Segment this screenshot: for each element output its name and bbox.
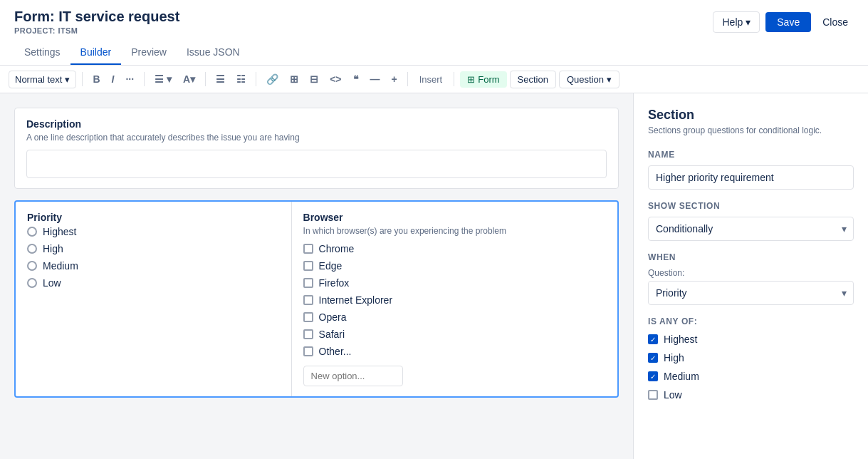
insert-button[interactable]: Insert — [414, 71, 449, 88]
chevron-down-icon: ▾ — [65, 74, 70, 85]
code-button[interactable]: <> — [325, 70, 345, 88]
show-section-label: SHOW SECTION — [648, 201, 854, 211]
priority-option-low: Low — [27, 277, 280, 289]
checkbox-safari[interactable] — [303, 329, 313, 339]
table-button[interactable]: ⊞ — [286, 70, 303, 88]
right-panel: Section Sections group questions for con… — [633, 93, 868, 459]
more-formatting-button[interactable]: ··· — [121, 70, 138, 88]
priority-option-medium: Medium — [27, 260, 280, 272]
question-label: Question: — [648, 268, 854, 278]
option-highest-label: Highest — [664, 334, 697, 345]
question-select[interactable]: Priority — [648, 281, 854, 305]
description-block: Description A one line description that … — [14, 108, 619, 189]
new-option-input[interactable] — [303, 366, 403, 386]
align-button[interactable]: ☰ ▾ — [150, 70, 176, 88]
browser-option-firefox: Firefox — [303, 277, 606, 289]
tab-settings[interactable]: Settings — [14, 41, 70, 65]
checkbox-medium-checked[interactable] — [648, 371, 658, 381]
browser-option-ie: Internet Explorer — [303, 294, 606, 306]
layout-button[interactable]: ⊟ — [305, 70, 323, 88]
link-button[interactable]: 🔗 — [262, 70, 283, 88]
divider-5 — [407, 72, 408, 86]
save-button[interactable]: Save — [765, 12, 811, 32]
bold-button[interactable]: B — [88, 70, 104, 88]
bullets-button[interactable]: ☰ — [211, 70, 229, 88]
checkbox-opera[interactable] — [303, 312, 313, 322]
radio-high[interactable] — [27, 244, 37, 254]
tab-builder[interactable]: Builder — [70, 41, 122, 65]
radio-low[interactable] — [27, 278, 37, 288]
browser-option-chrome: Chrome — [303, 243, 606, 254]
divider-3 — [205, 72, 206, 86]
form-title: Form: IT service request — [14, 9, 179, 25]
browser-title: Browser — [303, 212, 606, 223]
plus-button[interactable]: + — [387, 70, 402, 88]
option-high-label: High — [664, 352, 684, 363]
option-medium-label: Medium — [664, 371, 699, 382]
chevron-down-icon: ▾ — [746, 16, 751, 28]
priority-option-highest: Highest — [27, 226, 280, 237]
checkbox-high-checked[interactable] — [648, 353, 658, 363]
description-input[interactable] — [26, 150, 607, 178]
close-button[interactable]: Close — [817, 12, 854, 32]
form-button[interactable]: ⊞ Form — [460, 71, 506, 88]
quote-button[interactable]: ❝ — [349, 70, 363, 88]
option-low-label: Low — [664, 389, 682, 401]
browser-option-edge: Edge — [303, 260, 606, 272]
divider-6 — [454, 72, 454, 86]
tab-issue-json[interactable]: Issue JSON — [177, 41, 250, 65]
checkbox-other[interactable] — [303, 346, 313, 356]
radio-highest[interactable] — [27, 227, 37, 237]
description-label: Description — [26, 118, 607, 130]
checkbox-highest-checked[interactable] — [648, 334, 658, 344]
main-layout: Description A one line description that … — [0, 93, 868, 459]
when-label: WHEN — [648, 252, 854, 262]
checkbox-ie[interactable] — [303, 295, 313, 305]
divider-1 — [82, 72, 83, 86]
section-inner: Priority Highest High Medium — [16, 202, 617, 396]
browser-column: Browser In which browser(s) are you expe… — [292, 202, 617, 396]
nav-tabs: Settings Builder Preview Issue JSON — [14, 41, 854, 65]
description-sublabel: A one line description that accurately d… — [26, 133, 607, 143]
text-style-select[interactable]: Normal text ▾ — [9, 71, 76, 88]
tab-preview[interactable]: Preview — [121, 41, 177, 65]
section-name-input[interactable] — [648, 165, 854, 190]
chevron-down-icon: ▾ — [607, 74, 612, 85]
divider-4 — [256, 72, 256, 86]
header: Form: IT service request PROJECT: ITSM H… — [0, 0, 868, 66]
form-title-block: Form: IT service request PROJECT: ITSM — [14, 9, 179, 35]
divider-button[interactable]: — — [366, 70, 385, 88]
panel-subtitle: Sections group questions for conditional… — [648, 125, 854, 135]
option-medium: Medium — [648, 371, 854, 382]
priority-column: Priority Highest High Medium — [16, 202, 292, 396]
header-actions: Help ▾ Save Close — [713, 11, 854, 33]
text-color-button[interactable]: A▾ — [179, 70, 199, 88]
show-section-select-wrapper: Conditionally Always Never — [648, 217, 854, 241]
browser-sublabel: In which browser(s) are you experiencing… — [303, 226, 606, 236]
radio-medium[interactable] — [27, 261, 37, 271]
numbered-button[interactable]: ☷ — [232, 70, 250, 88]
section-block: Priority Highest High Medium — [14, 200, 619, 398]
divider-2 — [144, 72, 145, 86]
checkbox-chrome[interactable] — [303, 244, 313, 254]
browser-option-safari: Safari — [303, 329, 606, 340]
priority-title: Priority — [27, 212, 280, 223]
checkbox-low-unchecked[interactable] — [648, 390, 658, 400]
name-field-label: NAME — [648, 150, 854, 160]
option-low: Low — [648, 389, 854, 401]
priority-option-high: High — [27, 243, 280, 254]
section-button[interactable]: Section — [510, 71, 556, 88]
form-icon: ⊞ — [467, 74, 475, 85]
browser-option-opera: Opera — [303, 311, 606, 323]
option-highest: Highest — [648, 334, 854, 345]
question-button[interactable]: Question ▾ — [559, 71, 619, 88]
checkbox-firefox[interactable] — [303, 278, 313, 288]
toolbar: Normal text ▾ B I ··· ☰ ▾ A▾ ☰ ☷ 🔗 ⊞ ⊟ <… — [0, 66, 868, 93]
italic-button[interactable]: I — [108, 70, 119, 88]
question-select-wrapper: Priority — [648, 281, 854, 305]
show-section-select[interactable]: Conditionally Always Never — [648, 217, 854, 241]
browser-option-other: Other... — [303, 346, 606, 357]
panel-title: Section — [648, 108, 854, 123]
help-button[interactable]: Help ▾ — [713, 11, 760, 33]
checkbox-edge[interactable] — [303, 261, 313, 271]
